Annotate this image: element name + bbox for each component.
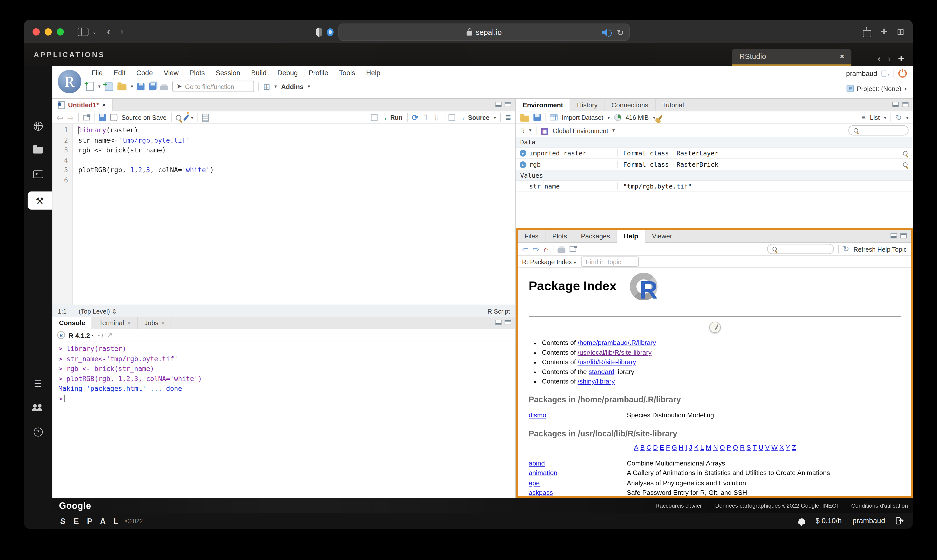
letter-link-T[interactable]: T (753, 443, 757, 451)
usage-rate-label[interactable]: $ 0.10/h (815, 517, 842, 525)
letter-link-S[interactable]: S (746, 443, 751, 451)
minimize-help-icon[interactable] (891, 233, 897, 238)
console-popout-icon[interactable]: ↗ (107, 332, 112, 338)
refresh-env-icon[interactable]: ↻ (895, 114, 902, 122)
load-workspace-icon[interactable] (520, 115, 529, 122)
library-link[interactable]: /usr/lib/R/site-library (577, 358, 636, 366)
help-tab-help[interactable]: Help (617, 230, 645, 243)
share-icon[interactable] (863, 27, 871, 37)
letter-link-W[interactable]: W (771, 443, 778, 451)
maximize-help-icon[interactable] (900, 233, 907, 238)
run-button[interactable]: → Run (371, 114, 403, 122)
privacy-shield-icon[interactable] (316, 28, 322, 37)
library-link[interactable]: standard (589, 368, 614, 375)
minimize-console-icon[interactable] (495, 320, 502, 325)
menu-debug[interactable]: Debug (272, 69, 303, 77)
letter-link-Q[interactable]: Q (733, 443, 738, 451)
menu-edit[interactable]: Edit (108, 69, 131, 77)
letter-link-K[interactable]: K (694, 443, 699, 451)
letter-link-E[interactable]: E (660, 443, 664, 451)
open-file-icon[interactable] (117, 84, 126, 90)
print-icon[interactable] (160, 85, 168, 90)
env-object-row[interactable]: str_name"tmp/rgb.byte.tif" (516, 181, 913, 192)
footer-username[interactable]: prambaud (852, 517, 885, 525)
panes-caret-icon[interactable]: ▾ (274, 84, 277, 89)
forward-source-icon[interactable]: ⇨ (68, 114, 74, 122)
import-caret-icon[interactable]: ▾ (607, 115, 610, 120)
env-object-row[interactable]: ▶imported_rasterFormal class RasterLayer (516, 148, 913, 159)
help-tab-viewer[interactable]: Viewer (645, 230, 680, 242)
view-object-icon[interactable] (903, 151, 907, 155)
library-link[interactable]: /shiny/library (577, 377, 615, 385)
library-link[interactable]: /usr/local/lib/R/site-library (577, 349, 651, 356)
letter-link-R[interactable]: R (740, 443, 745, 451)
expand-object-icon[interactable]: ▶ (520, 150, 526, 156)
env-tab-tutorial[interactable]: Tutorial (655, 99, 691, 111)
help-forward-icon[interactable]: ⇨ (533, 245, 539, 253)
sidebar-item-apps-active[interactable]: ⚒ (28, 192, 52, 209)
sidebar-chevron-icon[interactable]: ⌄ (92, 29, 97, 35)
save-workspace-icon[interactable] (534, 114, 541, 121)
menu-tools[interactable]: Tools (334, 69, 361, 77)
close-tab-icon[interactable]: × (127, 319, 131, 326)
memory-caret-icon[interactable]: ▾ (653, 115, 655, 120)
clear-objects-icon[interactable] (658, 115, 663, 120)
sidebar-item-tasks[interactable]: ☰ (32, 377, 44, 390)
address-bar[interactable]: sepal.io ↻ (338, 23, 630, 41)
menu-help[interactable]: Help (361, 69, 386, 77)
menu-code[interactable]: Code (131, 69, 158, 77)
sidebar-toggle-icon[interactable] (78, 27, 88, 36)
keyboard-shortcuts-link[interactable]: Raccourcis clavier (655, 502, 702, 509)
rerun-icon[interactable]: ⟳ (412, 114, 418, 122)
source-tab-untitled1[interactable]: Untitled1* × (52, 99, 112, 111)
minimize-pane-icon[interactable] (495, 102, 502, 107)
tab-next-icon[interactable]: › (888, 54, 891, 63)
letter-link-P[interactable]: P (727, 443, 731, 451)
sidebar-item-users[interactable] (32, 401, 44, 414)
env-tab-history[interactable]: History (570, 99, 605, 111)
letter-link-Y[interactable]: Y (786, 443, 790, 451)
minimize-env-icon[interactable] (892, 102, 899, 107)
popout-source-icon[interactable] (83, 115, 89, 120)
scope-caret-icon[interactable]: ▾ (612, 128, 615, 133)
refresh-help-icon[interactable]: ↻ (843, 245, 849, 253)
help-back-icon[interactable]: ⇦ (522, 245, 529, 253)
code-editor[interactable]: 123456 library(raster)str_name<-'tmp/rgb… (52, 124, 515, 305)
audio-icon[interactable] (602, 29, 611, 36)
code-tools-caret-icon[interactable]: ▾ (191, 115, 194, 120)
zoom-window-button[interactable] (57, 28, 64, 35)
package-link-dismo[interactable]: dismo (529, 411, 546, 418)
env-object-row[interactable]: ▶rgbFormal class RasterBrick (516, 159, 913, 171)
file-type-label[interactable]: R Script (488, 307, 510, 315)
import-dataset-button[interactable]: Import Dataset (562, 114, 603, 121)
menu-build[interactable]: Build (246, 69, 272, 77)
tab-overview-icon[interactable]: ⊞ (897, 26, 905, 37)
package-link-abind[interactable]: abind (529, 459, 545, 466)
addins-caret-icon[interactable]: ▾ (308, 84, 310, 89)
letter-link-O[interactable]: O (720, 443, 725, 451)
package-link-animation[interactable]: animation (529, 469, 557, 476)
forward-button[interactable]: › (120, 27, 123, 36)
console-tab-jobs[interactable]: Jobs× (138, 317, 172, 329)
close-tab-icon[interactable]: × (840, 52, 844, 61)
letter-link-N[interactable]: N (713, 443, 718, 451)
save-source-icon[interactable] (98, 114, 106, 121)
popout-help-icon[interactable] (570, 246, 576, 252)
env-tab-connections[interactable]: Connections (605, 99, 655, 111)
help-tab-packages[interactable]: Packages (574, 230, 617, 242)
help-search-input[interactable] (767, 244, 834, 254)
addins-button[interactable]: Addins (281, 83, 303, 90)
menu-view[interactable]: View (158, 69, 184, 77)
letter-link-J[interactable]: J (689, 443, 692, 451)
maximize-pane-icon[interactable] (505, 102, 511, 107)
save-icon[interactable] (137, 83, 145, 90)
rstudio-app-tab[interactable]: RStudio × (732, 49, 851, 66)
back-button[interactable]: ‹ (107, 27, 110, 36)
letter-link-H[interactable]: H (679, 443, 683, 451)
letter-link-Z[interactable]: Z (792, 443, 796, 451)
letter-link-M[interactable]: M (706, 443, 711, 451)
maximize-env-icon[interactable] (902, 102, 908, 107)
sidebar-item-help[interactable]: ? (32, 425, 44, 438)
menu-plots[interactable]: Plots (184, 69, 210, 77)
letter-link-B[interactable]: B (640, 443, 645, 451)
